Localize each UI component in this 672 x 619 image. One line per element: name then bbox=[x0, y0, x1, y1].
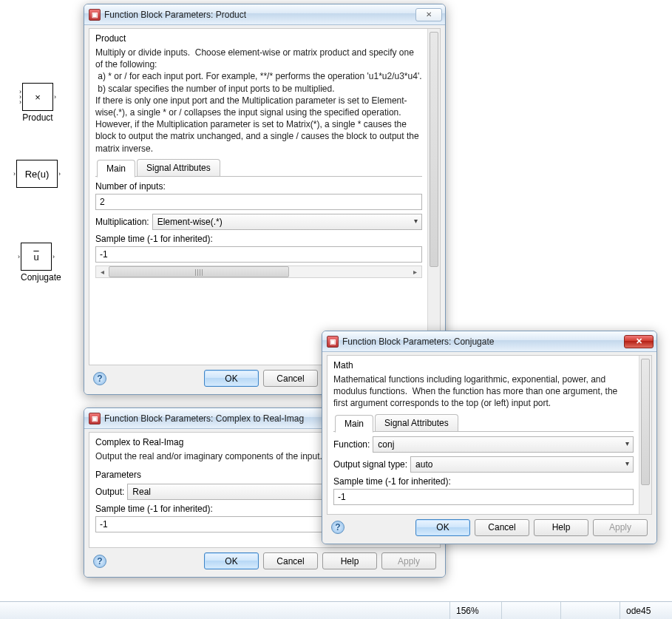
output-type-select[interactable]: auto bbox=[410, 456, 634, 473]
port-in-icon: › bbox=[19, 88, 21, 95]
multiplication-select[interactable]: Element-wise(.*) bbox=[152, 214, 422, 230]
ok-button[interactable]: OK bbox=[204, 370, 259, 387]
tab-main[interactable]: Main bbox=[97, 160, 135, 177]
close-button[interactable]: ✕ bbox=[415, 8, 442, 21]
function-value: conj bbox=[378, 439, 394, 450]
apply-button[interactable]: Apply bbox=[593, 519, 648, 536]
description-text: Mathematical functions including logarit… bbox=[333, 373, 634, 410]
function-select[interactable]: conj bbox=[373, 436, 634, 453]
status-bar: 156% ode45 bbox=[0, 601, 672, 619]
frame-title: Product bbox=[95, 33, 422, 44]
tab-signal-attributes[interactable]: Signal Attributes bbox=[137, 159, 220, 176]
scroll-right-icon[interactable]: ▸ bbox=[409, 266, 421, 277]
tab-signal-attributes[interactable]: Signal Attributes bbox=[375, 414, 458, 431]
output-value: Real bbox=[132, 487, 151, 497]
multiplication-label: Multiplication: bbox=[95, 217, 149, 227]
help-button[interactable]: Help bbox=[534, 519, 588, 536]
block-label: Product bbox=[22, 112, 53, 123]
window-title: Function Block Parameters: Conjugate bbox=[342, 336, 622, 347]
app-icon: ▣ bbox=[89, 9, 101, 21]
cancel-button[interactable]: Cancel bbox=[475, 519, 529, 536]
port-out-icon: › bbox=[52, 253, 55, 260]
block-label: Conjugate bbox=[21, 272, 61, 283]
block-conjugate[interactable]: › u › Conjugate bbox=[21, 243, 61, 283]
help-button[interactable]: Help bbox=[322, 552, 377, 569]
block-symbol: Re(u) bbox=[25, 169, 50, 180]
port-in-icon: › bbox=[13, 170, 16, 177]
help-icon[interactable]: ? bbox=[93, 372, 106, 385]
cancel-button[interactable]: Cancel bbox=[263, 370, 318, 387]
scrollbar-horizontal[interactable]: ◂ ▸ bbox=[95, 265, 422, 278]
help-icon[interactable]: ? bbox=[93, 555, 106, 568]
window-title: Function Block Parameters: Product bbox=[104, 10, 414, 20]
status-zoom: 156% bbox=[450, 602, 502, 619]
titlebar[interactable]: ▣ Function Block Parameters: Conjugate ✕ bbox=[322, 331, 656, 352]
block-symbol: u bbox=[33, 251, 38, 263]
output-type-label: Output signal type: bbox=[333, 459, 407, 470]
sample-time-input[interactable] bbox=[333, 489, 634, 505]
port-out-icon: › bbox=[58, 170, 61, 177]
help-icon[interactable]: ? bbox=[331, 521, 345, 534]
ok-button[interactable]: OK bbox=[204, 552, 259, 569]
dialog-conjugate: ▣ Function Block Parameters: Conjugate ✕… bbox=[322, 331, 657, 544]
num-inputs-input[interactable] bbox=[95, 194, 422, 210]
status-cell bbox=[0, 602, 450, 619]
scroll-left-icon[interactable]: ◂ bbox=[96, 266, 109, 277]
status-solver: ode45 bbox=[620, 602, 672, 619]
status-cell bbox=[561, 602, 620, 619]
block-product[interactable]: › › › × › Product bbox=[22, 83, 53, 123]
num-inputs-label: Number of inputs: bbox=[95, 181, 422, 192]
cancel-button[interactable]: Cancel bbox=[263, 552, 318, 569]
frame-title: Math bbox=[333, 360, 634, 371]
apply-button[interactable]: Apply bbox=[381, 552, 436, 569]
block-symbol: × bbox=[35, 92, 41, 103]
port-out-icon: › bbox=[54, 93, 56, 101]
output-type-value: auto bbox=[415, 459, 432, 470]
tab-main[interactable]: Main bbox=[335, 415, 373, 433]
sample-time-label: Sample time (-1 for inherited): bbox=[95, 234, 422, 244]
function-label: Function: bbox=[333, 439, 370, 450]
port-in-icon: › bbox=[19, 98, 21, 106]
titlebar[interactable]: ▣ Function Block Parameters: Product ✕ bbox=[84, 4, 445, 25]
multiplication-value: Element-wise(.*) bbox=[157, 217, 223, 227]
description-text: Multiply or divide inputs. Choose elemen… bbox=[95, 47, 422, 155]
tab-row: Main Signal Attributes bbox=[333, 414, 634, 432]
ok-button[interactable]: OK bbox=[415, 519, 470, 536]
block-reu[interactable]: › Re(u) › bbox=[16, 160, 58, 188]
tab-row: Main Signal Attributes bbox=[95, 159, 422, 177]
close-button[interactable]: ✕ bbox=[624, 335, 654, 348]
status-cell bbox=[502, 602, 561, 619]
port-in-icon: › bbox=[18, 253, 20, 260]
sample-time-input[interactable] bbox=[95, 246, 422, 263]
output-label: Output: bbox=[95, 487, 124, 497]
app-icon: ▣ bbox=[89, 413, 101, 424]
sample-time-label: Sample time (-1 for inherited): bbox=[333, 476, 634, 487]
app-icon: ▣ bbox=[327, 336, 339, 348]
